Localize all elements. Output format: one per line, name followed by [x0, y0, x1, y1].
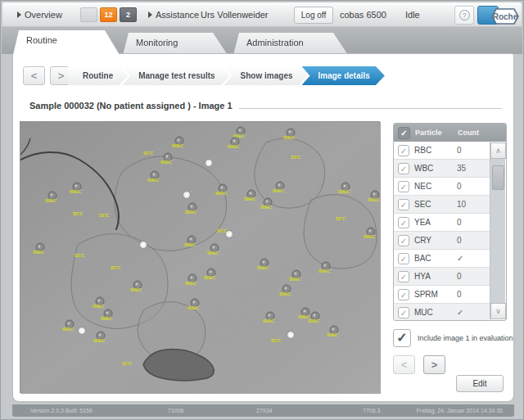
svg-text:WBC: WBC [147, 178, 160, 183]
include-image-label: Include image 1 in evaluation [418, 334, 513, 342]
image-navigation: < > [393, 355, 445, 374]
alarm-badge-gray[interactable]: 2 [120, 7, 137, 22]
svg-text:WBC: WBC [244, 196, 256, 201]
svg-text:WBC: WBC [172, 143, 184, 148]
svg-text:WBC: WBC [93, 338, 106, 343]
particle-count: 10 [457, 200, 466, 209]
svg-text:WBC: WBC [187, 305, 200, 310]
particle-checkbox[interactable]: ✓ [398, 253, 409, 264]
particle-checkbox[interactable]: ✓ [398, 235, 409, 246]
svg-text:WBC: WBC [289, 277, 301, 282]
particle-label-sec: SEC [75, 253, 85, 258]
particle-row-muc[interactable]: ✓MUC✓ [394, 304, 491, 321]
particle-row-sec[interactable]: ✓SEC10 [394, 196, 491, 214]
breadcrumb-show-images[interactable]: Show images [224, 66, 308, 85]
particle-row-nec[interactable]: ✓NEC0 [394, 178, 491, 196]
sample-title: Sample 000032 (No patient assigned ) - I… [29, 101, 233, 111]
particle-name: MUC [414, 308, 457, 317]
next-image-button[interactable]: > [423, 355, 445, 374]
status-counter-2: 27934 [256, 408, 272, 413]
overview-menu[interactable]: Overview [17, 10, 62, 20]
svg-text:WBC: WBC [368, 197, 380, 202]
tab-routine[interactable]: Routine [13, 30, 120, 55]
select-all-checkbox[interactable]: ✓ [398, 127, 410, 139]
particle-count: 35 [457, 164, 466, 173]
tab-monitoring[interactable]: Monitoring [123, 33, 228, 55]
alarm-badge-orange[interactable]: 12 [100, 7, 117, 22]
svg-text:SEC: SEC [75, 253, 85, 258]
svg-text:WBC: WBC [260, 205, 273, 210]
particle-count: 0 [457, 218, 462, 227]
particle-checkbox[interactable]: ✓ [398, 163, 409, 174]
particle-row-rbc[interactable]: ✓RBC0 [394, 142, 491, 160]
svg-text:SEC: SEC [111, 265, 121, 270]
particle-checkbox[interactable]: ✓ [398, 271, 409, 282]
particle-name: CRY [414, 236, 457, 245]
particle-checkbox[interactable]: ✓ [398, 181, 409, 192]
status-counter-3: 7706.3 [363, 408, 380, 413]
bright-cell [287, 332, 295, 339]
particle-name: RBC [414, 146, 457, 155]
particle-count: ✓ [457, 308, 463, 317]
svg-text:WBC: WBC [62, 327, 75, 332]
particle-checkbox[interactable]: ✓ [398, 289, 409, 300]
bright-cell [206, 160, 213, 167]
table-scrollbar[interactable]: ∧ ∨ [490, 142, 505, 319]
version-info: Version 2.0.3 Built: 5156 [30, 408, 93, 413]
svg-text:SEC: SEC [143, 151, 154, 156]
svg-text:SEC: SEC [122, 361, 133, 366]
svg-text:WBC: WBC [338, 189, 350, 194]
count-column-header: Count [458, 129, 479, 137]
particle-checkbox[interactable]: ✓ [398, 307, 409, 318]
particle-table-header: ✓ Particle Count [394, 124, 506, 142]
log-off-button[interactable]: Log off [294, 7, 333, 24]
particle-row-wbc[interactable]: ✓WBC35 [394, 160, 491, 178]
svg-text:WBC: WBC [101, 316, 113, 321]
svg-text:SEC: SEC [336, 216, 346, 221]
particle-label-sec: SEC [336, 216, 346, 221]
include-image-checkbox[interactable]: ✓ [393, 329, 411, 347]
scroll-up-button[interactable]: ∧ [490, 142, 506, 159]
top-bar: Overview 12 2 Assistance Urs Vollenweide… [2, 2, 522, 27]
svg-text:WBC: WBC [207, 251, 219, 255]
particle-checkbox[interactable]: ✓ [398, 145, 409, 156]
svg-text:WBC: WBC [263, 318, 275, 323]
expander-arrow-icon [148, 11, 152, 18]
sediment-image[interactable]: WBCWBCWBCWBCWBCWBCWBCWBCWBCWBCWBCWBCWBCW… [20, 121, 380, 393]
scroll-down-button[interactable]: ∨ [490, 303, 506, 319]
particle-label-sec: SEC [99, 213, 110, 218]
bright-cell [140, 242, 147, 249]
svg-text:Roche: Roche [493, 12, 518, 21]
assistance-menu[interactable]: Assistance [148, 10, 199, 20]
svg-text:WBC: WBC [130, 287, 142, 292]
particle-label-sec: SEC [143, 151, 154, 156]
particle-row-hya[interactable]: ✓HYA0 [394, 268, 491, 286]
svg-text:SEC: SEC [73, 211, 84, 216]
particle-row-yea[interactable]: ✓YEA0 [394, 214, 491, 232]
particle-row-sprm[interactable]: ✓SPRM0 [394, 286, 491, 304]
particle-name: NEC [414, 182, 457, 191]
app-window: Overview 12 2 Assistance Urs Vollenweide… [0, 0, 524, 420]
scrollbar-thumb[interactable] [492, 165, 504, 190]
breadcrumb-routine[interactable]: Routine [66, 66, 128, 85]
breadcrumb-manage-test-results[interactable]: Manage test results [122, 66, 229, 85]
status-counter-1: 71006 [168, 408, 183, 413]
edit-button[interactable]: Edit [456, 375, 504, 392]
tab-strip: Routine Monitoring Administration [2, 27, 522, 54]
particle-count: 0 [457, 290, 462, 299]
history-back-button[interactable]: < [23, 66, 45, 85]
tab-administration[interactable]: Administration [233, 33, 348, 55]
previous-image-button[interactable]: < [393, 355, 415, 374]
system-state: Idle [405, 10, 420, 20]
particle-checkbox[interactable]: ✓ [398, 217, 409, 228]
svg-text:SEC: SEC [291, 155, 301, 160]
particle-label-sec: SEC [271, 338, 282, 343]
particle-table: ✓ Particle Count ✓RBC0✓WBC35✓NEC0✓SEC10✓… [393, 123, 507, 321]
particle-checkbox[interactable]: ✓ [398, 199, 409, 210]
particle-row-cry[interactable]: ✓CRY0 [394, 232, 491, 250]
help-button[interactable]: ? [454, 6, 474, 25]
particle-name: HYA [414, 272, 457, 281]
particle-name: SEC [414, 200, 457, 209]
particle-row-bac[interactable]: ✓BAC✓ [394, 250, 491, 268]
svg-text:WBC: WBC [204, 275, 216, 280]
